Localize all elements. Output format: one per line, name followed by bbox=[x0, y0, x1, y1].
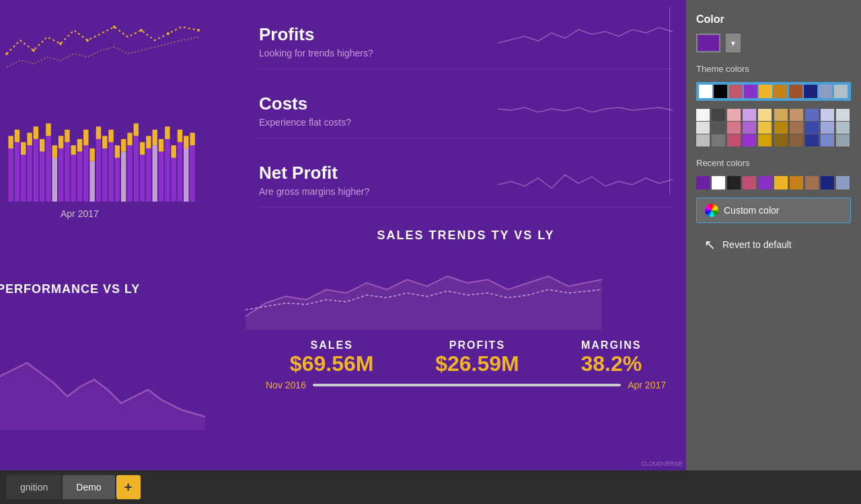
tc-r2-c6[interactable] bbox=[774, 109, 788, 121]
tc-r3-c7[interactable] bbox=[790, 122, 803, 134]
tc-r2-c5[interactable] bbox=[758, 109, 772, 121]
tab-demo[interactable]: Demo bbox=[63, 475, 114, 499]
net-profit-sparkline bbox=[498, 158, 673, 202]
color-rose[interactable] bbox=[729, 85, 743, 98]
tc-r3-c6[interactable] bbox=[774, 122, 788, 134]
svg-rect-51 bbox=[140, 155, 145, 202]
color-dropdown-button[interactable]: ▼ bbox=[726, 34, 741, 52]
svg-rect-47 bbox=[127, 145, 132, 202]
recent-colors-grid bbox=[696, 176, 851, 190]
tc-r4-c9[interactable] bbox=[821, 134, 834, 146]
theme-colors-label: Theme colors bbox=[696, 64, 851, 74]
svg-rect-26 bbox=[59, 136, 63, 149]
revert-label: Revert to default bbox=[722, 239, 792, 250]
svg-rect-52 bbox=[140, 142, 145, 155]
tc-r4-c10[interactable] bbox=[836, 134, 850, 146]
rc-7[interactable] bbox=[790, 176, 803, 190]
svg-rect-33 bbox=[83, 145, 88, 202]
svg-rect-48 bbox=[127, 133, 132, 146]
date-end: Apr 2017 bbox=[628, 380, 666, 390]
svg-rect-21 bbox=[46, 136, 50, 202]
tc-r3-c9[interactable] bbox=[821, 122, 834, 134]
tc-r2-c8[interactable] bbox=[805, 109, 819, 121]
rc-5[interactable] bbox=[758, 176, 772, 190]
svg-point-6 bbox=[167, 32, 170, 35]
tc-r3-c8[interactable] bbox=[805, 122, 819, 134]
svg-rect-19 bbox=[40, 152, 44, 202]
performance-chart bbox=[0, 309, 205, 444]
svg-rect-13 bbox=[21, 155, 26, 202]
tc-r4-c2[interactable] bbox=[712, 134, 725, 146]
tab-cognition[interactable]: gnition bbox=[7, 475, 61, 499]
tc-r3-c4[interactable] bbox=[743, 122, 756, 134]
theme-colors-shades bbox=[696, 109, 851, 146]
kpi-profits: PROFITS $26.59M bbox=[435, 339, 519, 376]
color-gold[interactable] bbox=[759, 85, 772, 98]
tc-r2-c10[interactable] bbox=[836, 109, 850, 121]
color-light-blue-gray[interactable] bbox=[834, 85, 848, 98]
tc-r3-c5[interactable] bbox=[758, 122, 772, 134]
color-navy[interactable] bbox=[804, 85, 817, 98]
rc-10[interactable] bbox=[836, 176, 850, 190]
rc-9[interactable] bbox=[821, 176, 834, 190]
rc-4[interactable] bbox=[743, 176, 756, 190]
svg-rect-54 bbox=[146, 136, 151, 149]
tc-r2-c9[interactable] bbox=[821, 109, 834, 121]
color-white[interactable] bbox=[699, 85, 712, 98]
tc-r4-c1[interactable] bbox=[696, 134, 710, 146]
rc-8[interactable] bbox=[805, 176, 819, 190]
rc-1[interactable] bbox=[696, 176, 710, 190]
theme-colors-grid bbox=[696, 82, 851, 101]
kpi-sales-value: $69.56M bbox=[290, 351, 374, 376]
selected-color-swatch[interactable] bbox=[696, 34, 720, 52]
tc-r3-c2[interactable] bbox=[712, 122, 725, 134]
svg-rect-66 bbox=[184, 136, 188, 149]
tc-r3-c10[interactable] bbox=[836, 122, 850, 134]
revert-to-default-button[interactable]: ↖ Revert to default bbox=[696, 231, 851, 258]
tc-r2-c4[interactable] bbox=[743, 109, 756, 121]
tc-r3-c1[interactable] bbox=[696, 122, 710, 134]
tc-r4-c6[interactable] bbox=[774, 134, 788, 146]
custom-color-button[interactable]: Custom color bbox=[696, 198, 851, 223]
svg-rect-28 bbox=[65, 130, 69, 142]
color-brown[interactable] bbox=[789, 85, 802, 98]
svg-rect-25 bbox=[59, 149, 63, 202]
color-amber[interactable] bbox=[774, 85, 787, 98]
svg-rect-39 bbox=[102, 149, 107, 202]
tc-r4-c5[interactable] bbox=[758, 134, 772, 146]
tc-r4-c3[interactable] bbox=[727, 134, 741, 146]
color-picker-row: ▼ bbox=[696, 34, 851, 52]
svg-rect-29 bbox=[71, 155, 75, 202]
rc-6[interactable] bbox=[774, 176, 788, 190]
costs-title: Costs bbox=[259, 93, 484, 114]
svg-rect-10 bbox=[8, 136, 13, 149]
color-slate-blue[interactable] bbox=[819, 85, 832, 98]
svg-rect-58 bbox=[159, 139, 163, 152]
color-wheel-icon bbox=[705, 204, 718, 217]
svg-marker-69 bbox=[0, 363, 205, 430]
tc-r2-c1[interactable] bbox=[696, 109, 710, 121]
tc-r2-c2[interactable] bbox=[712, 109, 725, 121]
kpi-profits-label: PROFITS bbox=[435, 339, 519, 351]
tc-r3-c3[interactable] bbox=[727, 122, 741, 134]
date-slider[interactable] bbox=[313, 384, 621, 386]
svg-rect-23 bbox=[52, 158, 57, 202]
svg-rect-55 bbox=[153, 145, 157, 202]
color-black[interactable] bbox=[714, 85, 727, 98]
tc-r4-c4[interactable] bbox=[743, 134, 756, 146]
tc-r2-c3[interactable] bbox=[727, 109, 741, 121]
rc-3[interactable] bbox=[727, 176, 741, 190]
svg-rect-62 bbox=[171, 145, 176, 158]
rc-2[interactable] bbox=[712, 176, 725, 190]
vertical-divider bbox=[669, 7, 670, 195]
tc-r2-c7[interactable] bbox=[790, 109, 803, 121]
color-purple[interactable] bbox=[744, 85, 757, 98]
recent-colors-label: Recent colors bbox=[696, 158, 851, 168]
trends-section: SALES TRENDS TY VS LY SALES $69.56M PROF… bbox=[246, 222, 686, 470]
tc-r4-c7[interactable] bbox=[790, 134, 803, 146]
svg-rect-60 bbox=[165, 126, 170, 139]
svg-rect-61 bbox=[171, 158, 176, 202]
tab-add-button[interactable]: + bbox=[116, 475, 141, 499]
costs-sparkline bbox=[498, 89, 673, 132]
tc-r4-c8[interactable] bbox=[805, 134, 819, 146]
